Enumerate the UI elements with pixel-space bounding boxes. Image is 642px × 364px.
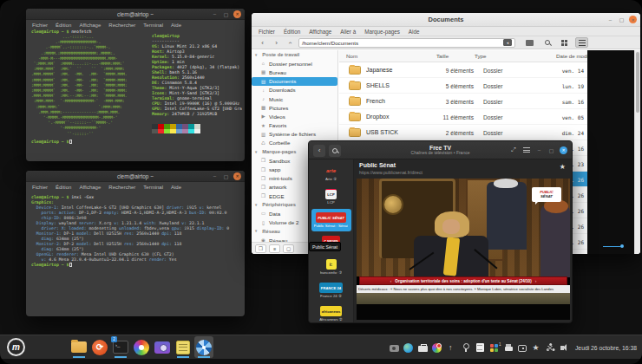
search-button[interactable] [329, 145, 341, 157]
list-view-button[interactable] [575, 37, 588, 48]
back-button[interactable]: ‹ [313, 145, 325, 157]
menu-item[interactable]: Aide [409, 29, 420, 35]
taskbar-app-files[interactable] [69, 336, 88, 358]
channel-item[interactable]: arte Arte ② [311, 162, 351, 185]
menu-item[interactable]: Fichier [32, 185, 48, 190]
back-button[interactable]: ‹ [257, 38, 268, 48]
sidebar-item[interactable]: ★Favoris [252, 121, 337, 130]
channel-item[interactable]: PUBLIC SÉNAT Public Sénat : Sénat [311, 209, 351, 231]
maximize-button[interactable]: ▢ [618, 16, 626, 23]
search-button[interactable] [540, 37, 554, 48]
camera-icon[interactable] [390, 345, 399, 352]
menu-icon[interactable] [522, 146, 531, 154]
taskbar-app-terminal[interactable]: 2 [111, 336, 130, 358]
menu-item[interactable]: Édition [284, 29, 300, 35]
network-share-icon[interactable] [546, 343, 555, 353]
terminal-content[interactable]: clem@airtop ~ $ neofetch ...-:::::-... .… [26, 30, 245, 161]
menu-item[interactable]: Marque-pages [364, 29, 400, 35]
taskbar-app-media-player[interactable] [90, 336, 109, 358]
color-wheel-icon[interactable] [432, 343, 442, 353]
globe-icon[interactable] [403, 343, 413, 353]
menu-item[interactable]: Édition [56, 23, 71, 28]
display-icon[interactable] [518, 345, 527, 352]
taskbar-app-notes[interactable] [174, 336, 193, 358]
menu-item[interactable]: Édition [56, 185, 71, 190]
sidebar-item[interactable]: ▩Pictures [252, 103, 337, 112]
sidebar-item[interactable]: ♪Music [252, 94, 337, 103]
sidebar-item[interactable]: Poste de travail [252, 50, 337, 59]
favorite-star-icon[interactable]: ★ [560, 163, 566, 171]
column-header-type[interactable]: Type [475, 53, 486, 59]
titlebar[interactable]: ‹ Free TV Chaînes de télévision • France… [309, 141, 572, 159]
star-icon[interactable] [532, 343, 541, 353]
menu-item[interactable]: Affichage [309, 29, 331, 35]
channel-item[interactable]: LCP LCP [311, 185, 351, 208]
printer-icon[interactable] [504, 343, 514, 353]
briefcase-icon[interactable] [418, 346, 428, 352]
menu-item[interactable]: Rechercher [108, 185, 135, 190]
fullscreen-icon[interactable]: ⤢ [509, 146, 518, 154]
close-button[interactable]: ✕ [629, 16, 637, 23]
menu-item[interactable]: Aide [171, 185, 181, 190]
channel-item[interactable]: africanews Africanews ② [311, 302, 351, 322]
zoom-slider-knob[interactable] [620, 244, 624, 248]
close-button[interactable]: ✕ [233, 10, 241, 18]
up-button[interactable]: › [285, 38, 296, 48]
scrollbar[interactable] [634, 50, 640, 254]
taskbar-app-screenshot-tool[interactable] [153, 336, 172, 358]
titlebar[interactable]: clem@airtop ~ – ▢ ✕ [26, 9, 245, 20]
shapes-badge-icon[interactable]: 1 [489, 343, 499, 353]
menu-item[interactable]: Fichier [259, 29, 275, 35]
sidebar-item[interactable]: ▦Bureau [252, 68, 337, 76]
video-player[interactable]: PUBLIC SÉNAT ‹ Organisation territoriale… [357, 179, 570, 320]
menu-item[interactable]: Aide [171, 23, 181, 28]
scrollbar-thumb[interactable] [636, 52, 639, 113]
menu-item[interactable]: Rechercher [108, 23, 135, 28]
taskbar-app-graphics-tool[interactable] [132, 336, 151, 358]
mint-menu-button[interactable] [7, 338, 25, 356]
menu-item[interactable]: Affichage [79, 23, 101, 28]
sidebar-item[interactable]: ↓Downloads [252, 86, 337, 94]
menu-item[interactable]: Terminal [143, 185, 163, 190]
location-pin-icon[interactable] [461, 343, 470, 353]
volume-icon[interactable] [560, 343, 570, 353]
minimize-button[interactable]: – [606, 16, 614, 23]
notes-tray-icon[interactable] [476, 343, 484, 352]
menu-item[interactable]: Affichage [79, 185, 101, 190]
location-toggle-icon[interactable]: ◂ [503, 39, 512, 46]
clock[interactable]: Jeudi 26 octobre, 16:38 [575, 345, 637, 351]
close-button[interactable]: ✕ [560, 146, 567, 154]
maximize-button[interactable]: ▢ [222, 10, 230, 18]
channel-item[interactable]: i: franceinfo: ③ [311, 256, 351, 278]
sidebar-item[interactable]: ▤Documents [252, 77, 337, 86]
sidebar-toggle-button[interactable]: ≡ [269, 244, 280, 253]
minimize-button[interactable]: – [211, 172, 219, 180]
sidebar-toggle-button[interactable]: ▢ [283, 244, 294, 253]
maximize-button[interactable]: ▢ [547, 146, 555, 154]
minimize-button[interactable]: – [211, 10, 219, 18]
sidebar-item[interactable]: ▥Système de fichiers [252, 130, 337, 139]
sidebar-item[interactable]: ▶Videos [252, 112, 337, 120]
minimize-button[interactable]: – [535, 146, 543, 154]
titlebar[interactable]: clem@airtop ~ – ▢ ✕ [26, 171, 245, 182]
column-header-name[interactable]: Nom [346, 53, 357, 59]
up-arrow-icon[interactable] [447, 343, 456, 353]
location-entry-button[interactable] [523, 37, 536, 48]
column-header-date[interactable]: Date de modif [556, 53, 590, 59]
menu-item[interactable]: Fichier [32, 23, 48, 28]
sidebar-toggle-button[interactable]: ❒ [255, 244, 266, 253]
path-field[interactable]: /home/clem/Documents ◂ [298, 38, 515, 48]
menu-item[interactable]: Terminal [143, 23, 163, 28]
grid-view-button[interactable] [558, 37, 571, 48]
channel-item[interactable]: FRANCE 24 France 24 ② [311, 279, 351, 302]
zoom-slider[interactable] [603, 244, 624, 248]
column-header-size[interactable]: Taille [436, 53, 449, 59]
terminal-content[interactable]: clem@airtop ~ $ inxi -GxxGraphics: Devic… [26, 192, 245, 316]
close-button[interactable]: ✕ [233, 172, 241, 180]
taskbar-app-free-tv[interactable] [194, 336, 213, 358]
titlebar[interactable]: Documents – ▢ ✕ [252, 13, 640, 27]
menu-item[interactable]: Aller à [340, 29, 356, 35]
maximize-button[interactable]: ▢ [222, 172, 230, 180]
sidebar-item[interactable]: ⌂Dossier personnel [252, 59, 337, 68]
forward-button[interactable]: › [271, 38, 282, 48]
